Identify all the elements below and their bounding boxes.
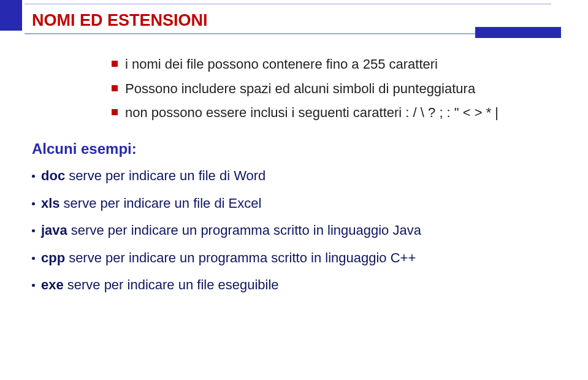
extension-text: cppserve per indicare un programma scrit…	[41, 249, 556, 267]
extension-item: cppserve per indicare un programma scrit…	[32, 249, 556, 267]
extension-name: java	[41, 222, 67, 238]
dot-bullet-icon	[32, 284, 35, 287]
bullet-list: i nomi dei file possono contenere fino a…	[112, 55, 556, 122]
bullet-item: i nomi dei file possono contenere fino a…	[112, 55, 556, 74]
extension-item: exeserve per indicare un file eseguibile	[32, 276, 556, 294]
extension-desc: serve per indicare un programma scritto …	[69, 250, 416, 265]
extension-list: docserve per indicare un file di Word xl…	[32, 167, 556, 294]
slide-content: i nomi dei file possono contenere fino a…	[32, 55, 556, 304]
bullet-text: non possono essere inclusi i seguenti ca…	[125, 104, 556, 122]
dot-bullet-icon	[32, 202, 35, 205]
extension-desc: serve per indicare un file di Excel	[64, 196, 262, 211]
extension-desc: serve per indicare un file eseguibile	[67, 277, 279, 292]
extension-text: javaserve per indicare un programma scri…	[41, 222, 556, 240]
slide-title: NOMI ED ESTENSIONI	[32, 11, 208, 30]
dot-bullet-icon	[32, 175, 35, 178]
dot-bullet-icon	[32, 257, 35, 260]
bullet-item: Possono includere spazi ed alcuni simbol…	[112, 80, 556, 98]
extension-item: docserve per indicare un file di Word	[32, 167, 556, 185]
header-accent-right	[475, 27, 561, 38]
extension-text: exeserve per indicare un file eseguibile	[41, 276, 556, 294]
extension-item: javaserve per indicare un programma scri…	[32, 222, 556, 240]
extension-text: xlsserve per indicare un file di Excel	[41, 195, 556, 213]
header-accent-left	[0, 0, 22, 31]
extension-item: xlsserve per indicare un file di Excel	[32, 195, 556, 213]
examples-heading: Alcuni esempi:	[32, 140, 556, 158]
extension-name: doc	[41, 168, 65, 183]
extension-desc: serve per indicare un file di Word	[69, 168, 265, 183]
extension-name: exe	[41, 277, 64, 292]
bullet-item: non possono essere inclusi i seguenti ca…	[112, 104, 556, 122]
extension-name: cpp	[41, 250, 65, 265]
bullet-text: Possono includere spazi ed alcuni simbol…	[125, 80, 556, 98]
extension-name: xls	[41, 196, 60, 211]
dot-bullet-icon	[32, 229, 35, 232]
extension-desc: serve per indicare un programma scritto …	[71, 222, 421, 238]
square-bullet-icon	[112, 61, 118, 67]
square-bullet-icon	[112, 109, 118, 115]
header-rule-bottom	[25, 33, 551, 34]
square-bullet-icon	[112, 85, 118, 91]
header-rule-top	[25, 4, 551, 4]
bullet-text: i nomi dei file possono contenere fino a…	[125, 55, 556, 74]
extension-text: docserve per indicare un file di Word	[41, 167, 556, 185]
